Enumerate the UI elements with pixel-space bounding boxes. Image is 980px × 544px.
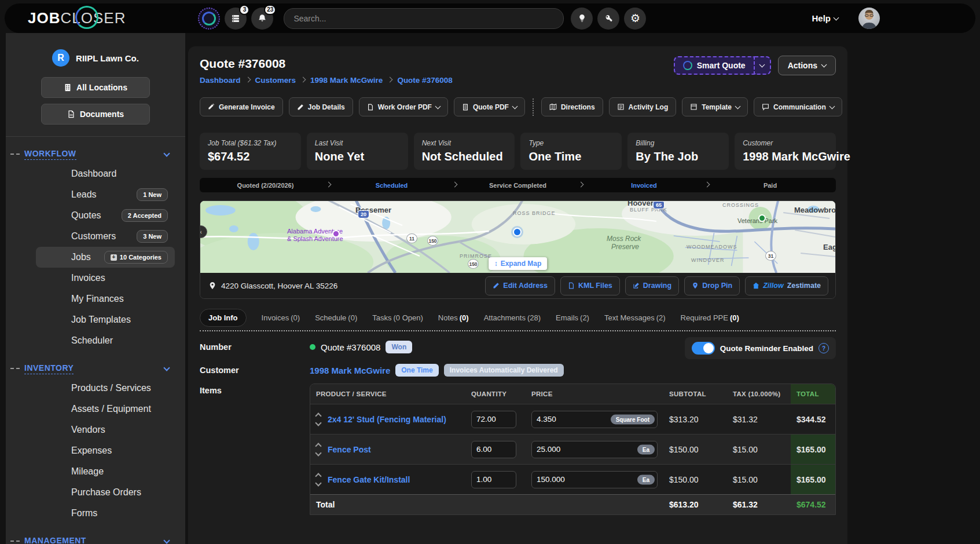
stage-invoiced[interactable]: Invoiced [583, 182, 705, 189]
product-link[interactable]: Fence Post [328, 445, 371, 454]
tab-required-ppe[interactable]: Required PPE(0) [681, 313, 739, 322]
smart-quote-button[interactable]: Smart Quote [674, 56, 755, 75]
row-move-down-icon[interactable] [315, 450, 321, 456]
documents-button[interactable]: Documents [41, 104, 150, 125]
chevron-down-icon [163, 364, 170, 371]
api-keys-button[interactable] [597, 8, 619, 30]
stage-scheduled[interactable]: Scheduled [331, 182, 453, 189]
sidebar-item-customers[interactable]: Customers3 New [6, 226, 185, 247]
sidebar-item-job-templates[interactable]: Job Templates [6, 309, 185, 330]
row-move-down-icon[interactable] [315, 419, 321, 426]
notifications-button[interactable]: 23 [251, 8, 273, 30]
tab-schedule[interactable]: Schedule(0) [315, 313, 357, 322]
sidebar-item-scheduler[interactable]: Scheduler [6, 330, 185, 351]
unit-badge[interactable]: Ea [637, 474, 655, 484]
lightbulb-icon [578, 14, 586, 23]
job-details-button[interactable]: Job Details [289, 97, 353, 116]
breadcrumb-separator [300, 76, 306, 82]
product-link[interactable]: Fence Gate Kit/Install [328, 475, 410, 484]
sidebar-item-my-finances[interactable]: My Finances [6, 289, 185, 309]
user-avatar[interactable] [858, 8, 880, 29]
breadcrumb-customer-name[interactable]: 1998 Mark McGwire [310, 76, 383, 85]
quote-pdf-button[interactable]: Quote PDF [454, 97, 525, 116]
ai-orb-icon[interactable] [198, 8, 220, 30]
work-order-pdf-button[interactable]: Work Order PDF [359, 97, 448, 116]
tab-tasks[interactable]: Tasks(0 Open) [372, 313, 423, 322]
map[interactable]: Bessemer Alabama Adventure & Splash Adve… [200, 201, 835, 273]
kml-files-button[interactable]: KML Files [560, 276, 620, 295]
template-button[interactable]: Template [682, 97, 748, 116]
route-shield: 150 [427, 236, 438, 246]
edit-address-button[interactable]: Edit Address [485, 276, 555, 295]
search-input[interactable] [284, 8, 564, 29]
quantity-input[interactable] [471, 441, 516, 458]
quote-reminder-toggle[interactable] [692, 342, 715, 355]
zillow-zestimate-button[interactable]: Zillow Zestimate [745, 276, 828, 295]
sidebar-item-purchase-orders[interactable]: Purchase Orders [6, 482, 185, 503]
product-link[interactable]: 2x4 12' Stud (Fencing Material) [328, 415, 446, 424]
pencil-icon [493, 282, 500, 289]
sidebar-item-forms[interactable]: Forms [6, 503, 185, 524]
quantity-input[interactable] [471, 471, 516, 488]
map-label: Preserve [611, 243, 639, 251]
directions-button[interactable]: Directions [541, 97, 603, 116]
generate-invoice-button[interactable]: Generate Invoice [200, 97, 283, 116]
communication-button[interactable]: Communication [754, 97, 842, 116]
route-shield: 31 [765, 251, 776, 261]
drawing-button[interactable]: Drawing [625, 276, 679, 295]
customer-link[interactable]: 1998 Mark McGwire [310, 366, 390, 375]
breadcrumb-customers[interactable]: Customers [255, 76, 296, 85]
settings-button[interactable]: ⚙ [624, 8, 646, 30]
tab-attachments[interactable]: Attachments(28) [484, 313, 541, 322]
inbox-button[interactable]: 3 [225, 8, 247, 30]
stat-job-total: Job Total ($61.32 Tax) $674.52 [200, 133, 301, 170]
sidebar-item-dashboard[interactable]: Dashboard [6, 163, 185, 184]
chat-icon [762, 103, 769, 111]
company-switcher[interactable]: R RIIPL Lawn Co. [6, 49, 185, 67]
tab-invoices[interactable]: Invoices(0) [262, 313, 300, 322]
inventory-nav: Products / Services Assets / Equipment V… [6, 378, 185, 524]
tab-text-messages[interactable]: Text Messages(2) [604, 313, 666, 322]
section-management[interactable]: MANAGEMENT [6, 532, 185, 544]
section-workflow[interactable]: WORKFLOW [6, 145, 185, 163]
tab-emails[interactable]: Emails(2) [556, 313, 589, 322]
sidebar-item-quotes[interactable]: Quotes2 Accepted [6, 205, 185, 226]
help-menu[interactable]: Help [812, 13, 838, 23]
tab-notes[interactable]: Notes(0) [438, 313, 469, 322]
section-inventory[interactable]: INVENTORY [6, 359, 185, 378]
row-move-down-icon[interactable] [315, 480, 321, 486]
row-move-up-icon[interactable] [315, 443, 321, 449]
row-move-up-icon[interactable] [315, 412, 321, 419]
sidebar-item-jobs[interactable]: Jobs+10 Categories [36, 247, 175, 268]
sidebar-item-expenses[interactable]: Expenses [6, 440, 185, 461]
quantity-input[interactable] [471, 411, 516, 428]
sidebar-item-mileage[interactable]: Mileage [6, 461, 185, 482]
map-label: Moss Rock [607, 235, 641, 243]
map-label: Meadowbrook [794, 206, 835, 214]
total-cell: $344.52 [791, 404, 836, 435]
unit-badge[interactable]: Square Foot [611, 414, 655, 424]
breadcrumb-dashboard[interactable]: Dashboard [200, 76, 241, 85]
tab-job-info[interactable]: Job Info [200, 309, 247, 327]
pencil-icon [297, 104, 304, 111]
sidebar-item-vendors[interactable]: Vendors [6, 419, 185, 440]
all-locations-button[interactable]: All Locations [41, 77, 150, 98]
stage-paid: Paid [709, 182, 831, 189]
actions-button[interactable]: Actions [778, 56, 836, 75]
route-shield: 11 [406, 233, 417, 243]
help-question-icon[interactable]: ? [818, 343, 829, 353]
sidebar-item-products-services[interactable]: Products / Services [6, 378, 185, 399]
notifications-badge: 23 [264, 5, 276, 15]
tips-button[interactable] [571, 8, 593, 30]
sidebar-item-invoices[interactable]: Invoices [6, 268, 185, 289]
sidebar-item-leads[interactable]: Leads1 New [6, 184, 185, 205]
expand-map-button[interactable]: ↕ Expand Map [489, 257, 548, 270]
row-move-up-icon[interactable] [315, 473, 321, 479]
stat-last-visit: Last Visit None Yet [307, 133, 408, 170]
drop-pin-button[interactable]: Drop Pin [684, 276, 740, 295]
pin-icon [692, 282, 699, 289]
sidebar-item-assets-equipment[interactable]: Assets / Equipment [6, 399, 185, 419]
smart-quote-caret-button[interactable] [755, 56, 771, 75]
unit-badge[interactable]: Ea [637, 444, 655, 454]
activity-log-button[interactable]: Activity Log [609, 97, 677, 116]
